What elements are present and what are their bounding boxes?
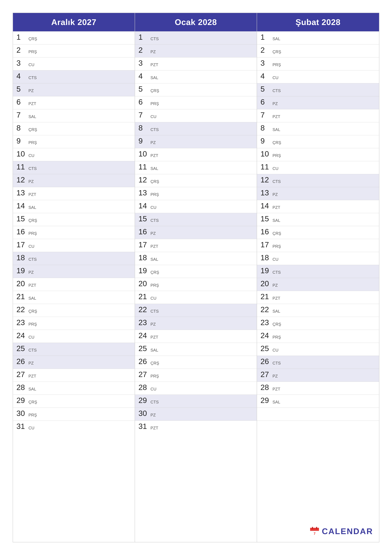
day-name: ÇRŞ: [271, 322, 281, 327]
day-name: SAL: [28, 387, 36, 392]
day-row: 15SAL: [257, 213, 379, 226]
day-num-line: 8ÇRŞ: [16, 124, 37, 132]
day-number: 30: [138, 409, 150, 418]
day-row: 6PZT: [13, 96, 135, 109]
day-number: 14: [138, 202, 150, 210]
day-num-line: 2PRŞ: [16, 46, 37, 54]
day-cell: 3PRŞ: [261, 59, 281, 67]
day-row: 4CTS: [13, 70, 135, 83]
day-number: 20: [138, 280, 150, 288]
day-number: 29: [16, 396, 28, 405]
day-cell: 16PZ: [138, 228, 156, 236]
day-num-line: 16PRŞ: [16, 228, 37, 236]
day-number: 27: [138, 370, 150, 379]
day-cell: 28PZT: [261, 383, 280, 392]
day-num-line: 4CU: [261, 72, 278, 80]
day-number: 11: [16, 163, 28, 171]
day-cell: 27PZT: [16, 370, 36, 379]
day-name: CTS: [28, 257, 37, 262]
day-name: CTS: [271, 89, 281, 93]
day-row: 21SAL: [13, 291, 135, 304]
day-cell: 10PRŞ: [261, 150, 281, 158]
day-number: 14: [261, 202, 271, 210]
day-number: 7: [138, 111, 150, 119]
day-name: PZ: [150, 231, 156, 236]
day-number: 5: [16, 85, 28, 93]
day-cell: 8CTS: [138, 124, 159, 132]
day-num-line: 24PRŞ: [261, 331, 281, 340]
day-row: 24PZT: [135, 330, 257, 343]
day-row: 24PRŞ: [257, 330, 379, 343]
day-name: PZT: [28, 283, 36, 288]
day-number: 24: [138, 331, 150, 340]
day-num-line: 24CU: [16, 331, 35, 340]
month-header-1: Ocak 2028: [135, 13, 257, 31]
day-number: 30: [16, 409, 28, 418]
day-row: 21PZT: [257, 291, 379, 304]
day-number: 3: [16, 59, 28, 67]
calendar-logo-icon: 7: [310, 526, 319, 536]
day-number: 17: [261, 241, 271, 249]
day-cell: 20PZ: [261, 280, 278, 288]
day-number: 12: [16, 176, 28, 184]
day-name: CU: [150, 115, 157, 119]
day-num-line: 23PZ: [138, 319, 156, 327]
day-cell: 4SAL: [138, 72, 158, 80]
day-number: 1: [261, 33, 271, 41]
day-cell: 3PZT: [138, 59, 158, 67]
day-cell: 26ÇRŞ: [138, 358, 159, 366]
day-num-line: 14PZT: [261, 202, 280, 210]
day-number: 15: [261, 215, 271, 223]
day-num-line: 13PZ: [261, 189, 278, 197]
day-row: 25CU: [257, 343, 379, 356]
day-cell: 22ÇRŞ: [16, 306, 37, 314]
day-number: 7: [16, 111, 28, 119]
day-row: 11CU: [257, 161, 379, 174]
day-num-line: 5PZ: [16, 85, 34, 93]
month-col-1: Ocak 20281CTS2PZ3PZT4SAL5ÇRŞ6PRŞ7CU8CTS9…: [135, 13, 257, 542]
day-num-line: 17PRŞ: [261, 241, 281, 249]
day-num-line: 22SAL: [261, 306, 280, 314]
day-num-line: 9ÇRŞ: [261, 137, 281, 145]
day-name: CU: [28, 63, 35, 67]
day-number: 4: [16, 72, 28, 80]
day-name: SAL: [271, 128, 280, 132]
day-row: 13PZT: [13, 187, 135, 200]
day-cell: 20PRŞ: [138, 280, 159, 288]
day-num-line: 19PZ: [16, 267, 34, 275]
day-num-line: 25SAL: [138, 344, 158, 353]
day-row: 8CTS: [135, 122, 257, 135]
day-name: CU: [271, 348, 278, 353]
svg-rect-6: [312, 527, 313, 529]
day-row: 26CTS: [257, 356, 379, 369]
day-number: 24: [261, 331, 271, 340]
day-number: 1: [16, 33, 28, 41]
day-num-line: 8SAL: [261, 124, 280, 132]
day-cell: 25CTS: [16, 344, 37, 353]
day-number: 11: [138, 163, 150, 171]
day-row: 6PZ: [257, 96, 379, 109]
day-number: 26: [138, 358, 150, 366]
day-name: ÇRŞ: [271, 50, 281, 54]
day-number: 6: [261, 98, 271, 106]
day-num-line: 17CU: [16, 241, 35, 249]
day-row: 18CTS: [13, 252, 135, 265]
day-cell: 28CU: [138, 383, 157, 392]
day-number: 16: [16, 228, 28, 236]
day-name: ÇRŞ: [28, 309, 37, 314]
day-number: 28: [261, 383, 271, 392]
day-num-line: 31PZT: [138, 422, 158, 431]
day-name: SAL: [271, 218, 280, 223]
day-number: 22: [138, 306, 150, 314]
day-num-line: 20PZ: [261, 280, 278, 288]
day-number: 23: [16, 319, 28, 327]
day-name: CU: [150, 387, 157, 392]
day-cell: 6PZ: [261, 98, 278, 106]
day-cell: 9ÇRŞ: [261, 137, 281, 145]
day-row: 6PRŞ: [135, 96, 257, 109]
day-row: 8ÇRŞ: [13, 122, 135, 135]
day-name: CTS: [150, 128, 159, 132]
day-num-line: 27PZ: [261, 370, 278, 379]
day-cell: 28SAL: [16, 383, 36, 392]
day-num-line: 28PZT: [261, 383, 280, 392]
